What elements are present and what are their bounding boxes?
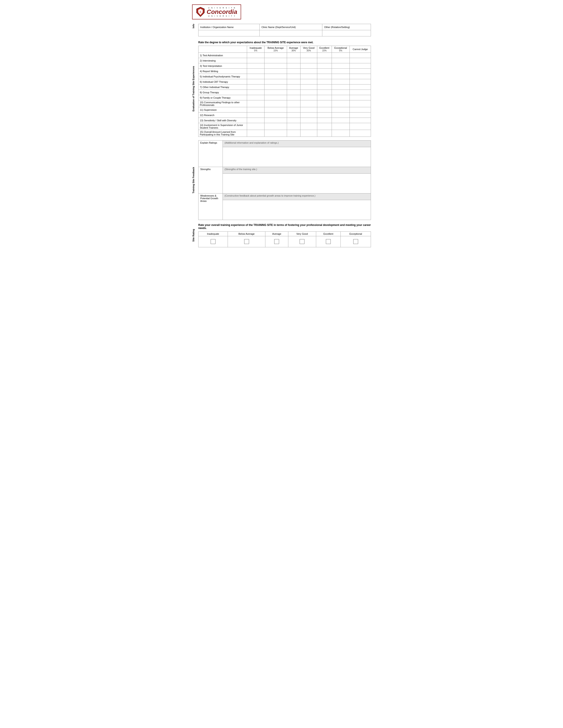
eval-cell-6-6[interactable] bbox=[350, 84, 371, 90]
eval-cell-12-2[interactable] bbox=[287, 118, 301, 123]
info-institution-input[interactable] bbox=[198, 30, 259, 36]
eval-cell-14-3[interactable] bbox=[301, 130, 317, 137]
eval-cell-11-2[interactable] bbox=[287, 113, 301, 118]
site-rating-cell-3[interactable] bbox=[288, 236, 316, 247]
eval-cell-10-0[interactable] bbox=[247, 107, 264, 113]
site-rating-checkbox-1[interactable] bbox=[244, 239, 249, 244]
eval-cell-8-2[interactable] bbox=[287, 95, 301, 100]
eval-cell-8-4[interactable] bbox=[317, 95, 332, 100]
eval-cell-9-0[interactable] bbox=[247, 100, 264, 107]
eval-cell-7-4[interactable] bbox=[317, 90, 332, 95]
site-rating-cell-0[interactable] bbox=[198, 236, 228, 247]
eval-cell-14-0[interactable] bbox=[247, 130, 264, 137]
eval-cell-14-2[interactable] bbox=[287, 130, 301, 137]
eval-cell-8-3[interactable] bbox=[301, 95, 317, 100]
eval-cell-12-4[interactable] bbox=[317, 118, 332, 123]
eval-cell-0-1[interactable] bbox=[264, 53, 287, 58]
eval-cell-13-5[interactable] bbox=[332, 123, 350, 130]
feedback-input-2[interactable] bbox=[223, 200, 371, 220]
eval-cell-3-4[interactable] bbox=[317, 69, 332, 74]
eval-cell-9-2[interactable] bbox=[287, 100, 301, 107]
eval-cell-14-1[interactable] bbox=[264, 130, 287, 137]
eval-cell-6-0[interactable] bbox=[247, 84, 264, 90]
feedback-input-row-0[interactable] bbox=[198, 147, 371, 167]
eval-cell-1-1[interactable] bbox=[264, 58, 287, 63]
eval-cell-11-3[interactable] bbox=[301, 113, 317, 118]
eval-cell-1-5[interactable] bbox=[332, 58, 350, 63]
eval-cell-4-0[interactable] bbox=[247, 74, 264, 79]
eval-cell-1-3[interactable] bbox=[301, 58, 317, 63]
eval-cell-13-2[interactable] bbox=[287, 123, 301, 130]
eval-cell-4-3[interactable] bbox=[301, 74, 317, 79]
eval-cell-0-5[interactable] bbox=[332, 53, 350, 58]
eval-cell-2-4[interactable] bbox=[317, 63, 332, 69]
eval-cell-8-6[interactable] bbox=[350, 95, 371, 100]
eval-cell-9-4[interactable] bbox=[317, 100, 332, 107]
eval-cell-0-2[interactable] bbox=[287, 53, 301, 58]
eval-cell-14-5[interactable] bbox=[332, 130, 350, 137]
eval-cell-13-4[interactable] bbox=[317, 123, 332, 130]
eval-cell-0-0[interactable] bbox=[247, 53, 264, 58]
eval-cell-2-3[interactable] bbox=[301, 63, 317, 69]
eval-cell-12-3[interactable] bbox=[301, 118, 317, 123]
eval-cell-9-3[interactable] bbox=[301, 100, 317, 107]
eval-cell-14-6[interactable] bbox=[350, 130, 371, 137]
eval-cell-13-0[interactable] bbox=[247, 123, 264, 130]
site-rating-cell-5[interactable] bbox=[341, 236, 371, 247]
eval-cell-12-5[interactable] bbox=[332, 118, 350, 123]
eval-cell-6-1[interactable] bbox=[264, 84, 287, 90]
eval-cell-6-3[interactable] bbox=[301, 84, 317, 90]
site-rating-checkbox-5[interactable] bbox=[353, 239, 358, 244]
info-clinic-input[interactable] bbox=[259, 30, 322, 36]
eval-cell-1-4[interactable] bbox=[317, 58, 332, 63]
feedback-input-row-1[interactable] bbox=[198, 174, 371, 193]
eval-cell-13-3[interactable] bbox=[301, 123, 317, 130]
eval-cell-5-5[interactable] bbox=[332, 79, 350, 84]
eval-cell-9-1[interactable] bbox=[264, 100, 287, 107]
eval-cell-5-4[interactable] bbox=[317, 79, 332, 84]
eval-cell-2-5[interactable] bbox=[332, 63, 350, 69]
eval-cell-1-2[interactable] bbox=[287, 58, 301, 63]
site-rating-cell-1[interactable] bbox=[227, 236, 265, 247]
eval-cell-5-1[interactable] bbox=[264, 79, 287, 84]
eval-cell-6-4[interactable] bbox=[317, 84, 332, 90]
eval-cell-11-5[interactable] bbox=[332, 113, 350, 118]
eval-cell-0-3[interactable] bbox=[301, 53, 317, 58]
eval-cell-13-6[interactable] bbox=[350, 123, 371, 130]
eval-cell-8-0[interactable] bbox=[247, 95, 264, 100]
eval-cell-12-1[interactable] bbox=[264, 118, 287, 123]
eval-cell-3-5[interactable] bbox=[332, 69, 350, 74]
eval-cell-4-4[interactable] bbox=[317, 74, 332, 79]
eval-cell-10-2[interactable] bbox=[287, 107, 301, 113]
eval-cell-2-2[interactable] bbox=[287, 63, 301, 69]
feedback-input-0[interactable] bbox=[223, 147, 371, 167]
eval-cell-11-4[interactable] bbox=[317, 113, 332, 118]
eval-cell-11-6[interactable] bbox=[350, 113, 371, 118]
eval-cell-8-5[interactable] bbox=[332, 95, 350, 100]
eval-cell-6-5[interactable] bbox=[332, 84, 350, 90]
eval-cell-6-2[interactable] bbox=[287, 84, 301, 90]
eval-cell-7-2[interactable] bbox=[287, 90, 301, 95]
site-rating-checkbox-3[interactable] bbox=[300, 239, 305, 244]
eval-cell-7-1[interactable] bbox=[264, 90, 287, 95]
eval-cell-12-0[interactable] bbox=[247, 118, 264, 123]
eval-cell-5-3[interactable] bbox=[301, 79, 317, 84]
eval-cell-1-6[interactable] bbox=[350, 58, 371, 63]
eval-cell-8-1[interactable] bbox=[264, 95, 287, 100]
info-other-input[interactable] bbox=[322, 30, 371, 36]
eval-cell-10-6[interactable] bbox=[350, 107, 371, 113]
feedback-input-1[interactable] bbox=[223, 174, 371, 193]
eval-cell-9-5[interactable] bbox=[332, 100, 350, 107]
eval-cell-0-4[interactable] bbox=[317, 53, 332, 58]
eval-cell-2-6[interactable] bbox=[350, 63, 371, 69]
eval-cell-2-1[interactable] bbox=[264, 63, 287, 69]
eval-cell-7-5[interactable] bbox=[332, 90, 350, 95]
eval-cell-3-0[interactable] bbox=[247, 69, 264, 74]
eval-cell-10-4[interactable] bbox=[317, 107, 332, 113]
eval-cell-11-1[interactable] bbox=[264, 113, 287, 118]
eval-cell-10-1[interactable] bbox=[264, 107, 287, 113]
eval-cell-4-5[interactable] bbox=[332, 74, 350, 79]
eval-cell-3-2[interactable] bbox=[287, 69, 301, 74]
eval-cell-4-1[interactable] bbox=[264, 74, 287, 79]
eval-cell-9-6[interactable] bbox=[350, 100, 371, 107]
